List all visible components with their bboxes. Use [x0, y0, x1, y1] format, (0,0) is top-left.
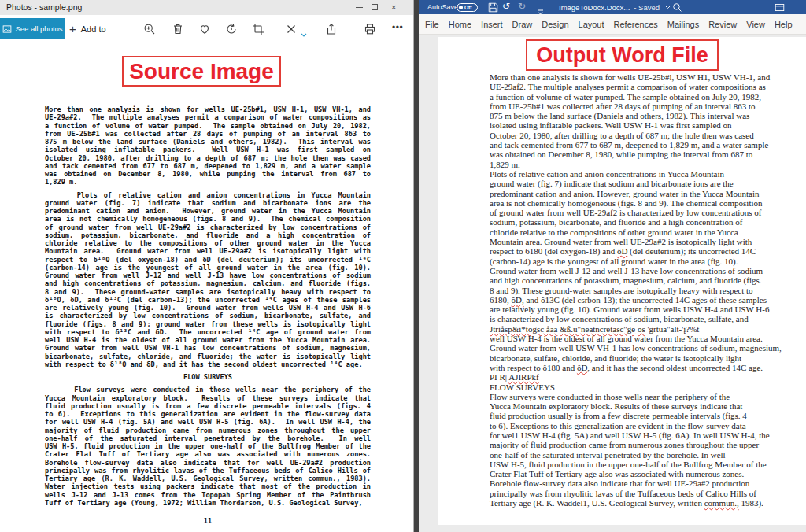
save-status: - Saved	[634, 3, 660, 12]
zoom-in-icon[interactable]	[143, 23, 156, 35]
maximize-button[interactable]	[372, 4, 378, 10]
scanned-document-text: More than one analysis is shown for well…	[45, 105, 371, 512]
edit-options-chevron-icon[interactable]	[301, 27, 307, 31]
menu-tab-insert[interactable]: Insert	[481, 20, 503, 29]
share-icon[interactable]	[325, 23, 338, 35]
plus-icon: +	[69, 22, 76, 35]
menu-tab-file[interactable]: File	[425, 20, 439, 29]
menu-tab-references[interactable]: References	[614, 20, 658, 29]
window-separator	[413, 0, 419, 532]
undo-icon[interactable]: ↺	[502, 0, 510, 14]
favorite-icon[interactable]	[198, 23, 211, 35]
see-all-photos-button[interactable]: See all photos	[0, 18, 65, 39]
photos-icon	[2, 24, 12, 34]
document-paragraph: More than one analysis is shown for well…	[45, 105, 371, 187]
word-canvas: Output Word File More than one analysis …	[419, 35, 806, 532]
ribbon-display-options-icon[interactable]	[775, 2, 786, 13]
autosave-label: AutoSave	[427, 3, 458, 11]
menu-tab-draw[interactable]: Draw	[512, 20, 533, 29]
add-to-button[interactable]: + Add to	[69, 18, 106, 39]
menu-tab-view[interactable]: View	[746, 20, 765, 29]
autosave-toggle-knob	[459, 6, 463, 9]
word-window: AutoSave Off ↺ ↻ ImageToDocx.Docx... - S…	[419, 0, 806, 532]
document-paragraph: Flow surveys were conducted in those wel…	[45, 386, 371, 507]
minimize-button[interactable]	[356, 7, 363, 8]
save-icon[interactable]	[488, 2, 499, 13]
menu-tab-mailings[interactable]: Mailings	[667, 20, 699, 29]
photos-toolbar: See all photos + Add to	[0, 15, 413, 39]
redo-icon[interactable]: ↻	[518, 0, 526, 14]
source-image-annotation: Source Image	[122, 56, 281, 87]
more-commands-icon[interactable]	[537, 4, 548, 15]
word-document-text[interactable]: More than one analysis is shown for well…	[490, 72, 782, 508]
document-paragraph: Plots of relative cation and anion conce…	[45, 191, 371, 369]
autosave-state: Off	[464, 5, 471, 10]
photos-window-title: Photos - sample.png	[6, 2, 82, 12]
menu-tab-home[interactable]: Home	[449, 20, 471, 29]
crop-icon[interactable]	[252, 23, 264, 35]
title-dropdown-icon	[665, 6, 671, 9]
edit-icon[interactable]	[286, 24, 298, 36]
word-page: Output Word File More than one analysis …	[438, 37, 806, 525]
delete-icon[interactable]	[172, 23, 184, 35]
document-heading: FLOW SURVEYS	[45, 373, 371, 381]
more-icon[interactable]: •••	[392, 22, 403, 33]
word-menubar: FileHomeInsertDrawDesignLayoutReferences…	[419, 14, 806, 35]
menu-tab-design[interactable]: Design	[542, 20, 568, 29]
autosave-toggle[interactable]: Off	[457, 3, 478, 12]
page-number: 11	[45, 517, 371, 525]
document-title[interactable]: ImageToDocx.Docx... - Saved	[559, 3, 671, 12]
menu-tab-help[interactable]: Help	[775, 20, 793, 29]
print-icon[interactable]	[364, 23, 376, 35]
photos-window: Photos - sample.png × See all photos + A…	[0, 0, 413, 532]
rotate-icon[interactable]	[225, 23, 238, 35]
word-titlebar: AutoSave Off ↺ ↻ ImageToDocx.Docx... - S…	[419, 0, 806, 14]
menu-tab-review[interactable]: Review	[708, 20, 737, 29]
output-word-file-annotation: Output Word File	[526, 39, 719, 71]
photos-titlebar: Photos - sample.png ×	[0, 0, 413, 15]
menu-tab-layout[interactable]: Layout	[579, 20, 604, 29]
close-button[interactable]: ×	[391, 0, 396, 15]
search-icon[interactable]	[672, 2, 683, 13]
